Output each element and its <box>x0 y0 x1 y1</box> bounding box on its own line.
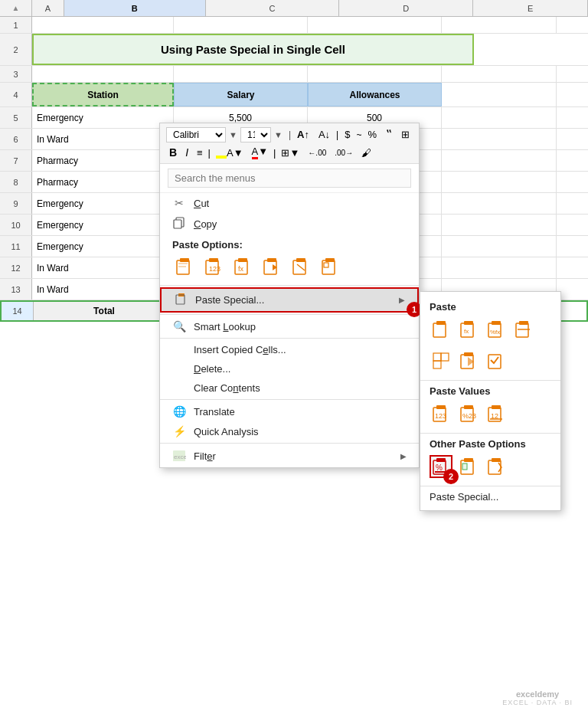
copy-icon <box>172 217 186 231</box>
paste-btn-5[interactable] <box>289 254 313 279</box>
svg-rect-38 <box>433 361 441 368</box>
font-row: Calibri ▼ 11 ▼ | A↑ A↓ | $ ~ % ‟ ⊞ <box>166 126 413 142</box>
submenu-arrow-icon: ▶ <box>399 296 405 304</box>
paste-btn-1[interactable] <box>172 254 197 279</box>
format-painter-btn[interactable]: 🖌 <box>358 146 374 159</box>
mini-toolbar: Calibri ▼ 11 ▼ | A↑ A↓ | $ ~ % ‟ ⊞ B I <box>160 123 419 164</box>
sub-paste-btn-5[interactable] <box>430 349 452 372</box>
insert-copied-menu-item[interactable]: Insert Copied Cells... <box>160 340 419 359</box>
sub-value-btn-2[interactable]: %23 <box>457 402 480 425</box>
table-row: 1 <box>0 17 588 34</box>
svg-text:%23: %23 <box>462 412 476 420</box>
sub-paste-btn-3[interactable]: %fx <box>485 318 508 341</box>
paste-values-icons: 123 %23 12 <box>420 400 560 431</box>
svg-rect-5 <box>178 266 186 267</box>
table-row: 4 Station Salary Allowances <box>0 83 588 107</box>
increase-decimal-btn[interactable]: .00→ <box>332 148 356 158</box>
format-row: B I ≡ | A▼ A▼ | ⊞▼ ←.00 .00→ 🖌 <box>166 145 413 160</box>
sub-paste-btn-1[interactable] <box>430 318 452 341</box>
context-menu: Calibri ▼ 11 ▼ | A↑ A↓ | $ ~ % ‟ ⊞ B I <box>159 123 420 468</box>
font-size-select[interactable]: 11 <box>240 127 271 142</box>
other-paste-icons: % 2 <box>420 453 560 484</box>
sub-paste-btn-4[interactable] <box>512 318 535 341</box>
svg-rect-1 <box>174 220 181 228</box>
other-paste-btn-2[interactable] <box>457 455 480 478</box>
table-row: 2 Using Paste Special in Single Cell <box>0 34 588 66</box>
svg-rect-16 <box>293 260 305 274</box>
smart-lookup-menu-item[interactable]: 🔍 Smart Lookup <box>160 316 419 336</box>
svg-line-17 <box>297 264 305 270</box>
shrink-font-button[interactable]: A↓ <box>315 128 333 141</box>
sub-paste-special-label[interactable]: Paste Special... <box>420 488 560 504</box>
total-cell[interactable]: Total <box>34 302 175 320</box>
italic-btn[interactable]: I <box>182 146 191 159</box>
svg-text:fx: fx <box>238 265 244 273</box>
other-paste-btn-3[interactable] <box>485 455 508 478</box>
commas-btn[interactable]: ⊞ <box>398 128 413 141</box>
grow-font-button[interactable]: A↑ <box>294 128 312 141</box>
highlight-color-btn[interactable]: A▼ <box>213 146 247 159</box>
quick-analysis-menu-item[interactable]: ⚡ Quick Analysis <box>160 421 419 441</box>
col-b-header: B <box>64 0 206 16</box>
search-bar <box>160 164 419 193</box>
sub-paste-btn-2[interactable]: fx <box>457 318 480 341</box>
svg-rect-37 <box>441 353 449 361</box>
sub-paste-btn-7[interactable] <box>485 349 508 372</box>
watermark: exceldemy EXCEL · DATA · BI <box>502 689 573 706</box>
align-btn[interactable]: ≡ <box>194 146 206 159</box>
border-btn[interactable]: ⊞▼ <box>278 146 302 159</box>
translate-menu-item[interactable]: 🌐 Translate <box>160 401 419 421</box>
col-e-header: E <box>473 0 588 16</box>
paste-btn-3[interactable]: fx <box>230 254 255 279</box>
comma-btn[interactable]: ‟ <box>383 126 395 142</box>
header-cell-allowances[interactable]: Allowances <box>308 83 442 106</box>
paste-btn-6[interactable] <box>318 254 342 279</box>
font-color-btn[interactable]: A▼ <box>249 145 272 160</box>
cut-icon: ✂ <box>172 197 186 209</box>
table-row: 3 <box>0 66 588 83</box>
svg-rect-26 <box>433 323 446 337</box>
paste-special-menu-item[interactable]: Paste Special... ▶ 1 <box>160 287 419 313</box>
bold-btn[interactable]: B <box>166 146 180 159</box>
col-d-header: D <box>339 0 473 16</box>
svg-text:%fx: %fx <box>490 329 500 336</box>
svg-text:123: 123 <box>209 265 220 273</box>
delete-menu-item[interactable]: Delete... <box>160 359 419 378</box>
decrease-decimal-btn[interactable]: ←.00 <box>305 148 329 158</box>
col-c-header: C <box>206 0 340 16</box>
other-paste-title: Other Paste Options <box>420 435 560 453</box>
paste-values-title: Paste Values <box>420 382 560 400</box>
paste-submenu-title: Paste <box>420 298 560 316</box>
search-input[interactable] <box>168 169 411 188</box>
paste-special-submenu: Paste fx %fx <box>420 291 561 511</box>
dollar-btn[interactable]: $ <box>341 128 353 141</box>
title-cell[interactable]: Using Paste Special in Single Cell <box>32 34 474 65</box>
sub-paste-btn-6[interactable] <box>457 349 480 372</box>
badge-2: 2 <box>443 469 459 484</box>
paste-btn-4[interactable] <box>260 254 284 279</box>
col-corner-header: ▲ <box>0 0 32 16</box>
sub-value-btn-1[interactable]: 123 <box>430 402 452 425</box>
column-headers: ▲ A B C D E <box>0 0 588 17</box>
copy-menu-item[interactable]: Copy <box>160 213 419 235</box>
font-select[interactable]: Calibri <box>166 127 226 142</box>
filter-menu-item[interactable]: exceldemy Filter ▶ <box>160 445 419 467</box>
smart-lookup-icon: 🔍 <box>172 320 186 332</box>
header-cell-station[interactable]: Station <box>32 83 174 106</box>
clear-contents-menu-item[interactable]: Clear Contents <box>160 378 419 398</box>
percent-btn[interactable]: % <box>364 128 380 141</box>
cut-menu-item[interactable]: ✂ Cut <box>160 193 419 213</box>
spreadsheet: ▲ A B C D E 1 2 Using Paste Special in S… <box>0 0 588 714</box>
header-cell-salary[interactable]: Salary <box>174 83 308 106</box>
filter-arrow-icon: ▶ <box>400 452 407 460</box>
paste-btn-2[interactable]: 123 <box>201 254 226 279</box>
badge2-container: % 2 <box>430 455 452 478</box>
paste-special-icon <box>174 293 188 307</box>
sub-value-btn-3[interactable]: 12 <box>485 402 508 425</box>
col-a-header: A <box>32 0 64 16</box>
translate-icon: 🌐 <box>172 405 186 418</box>
paste-options-label: Paste Options: <box>160 235 419 252</box>
filter-icon: exceldemy <box>172 449 186 463</box>
svg-text:exceldemy: exceldemy <box>174 454 186 460</box>
svg-text:123: 123 <box>435 412 446 420</box>
